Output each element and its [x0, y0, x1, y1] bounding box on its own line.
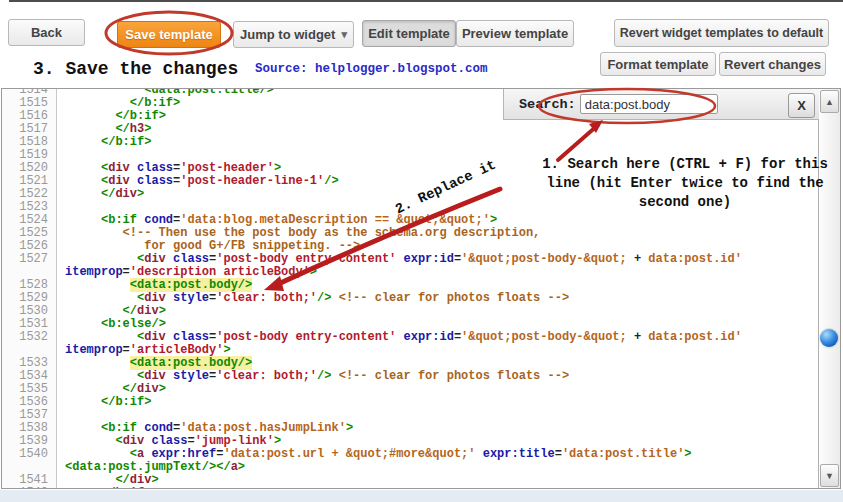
- line-number: 1540: [2, 448, 57, 461]
- code-text: </div>: [57, 188, 144, 201]
- code-line: 1536 </b:if>: [2, 396, 819, 409]
- annotation-step3: 3. Save the changes: [33, 59, 238, 79]
- code-text: </b:if>: [57, 136, 151, 149]
- top-divider: [9, 0, 843, 2]
- scroll-down-button[interactable]: ▼: [820, 464, 839, 487]
- annotation-step1-line1: 1. Search here (CTRL + F) for this: [530, 155, 840, 174]
- line-number: 1532: [2, 331, 57, 344]
- save-template-button[interactable]: Save template: [117, 21, 221, 48]
- template-code-editor[interactable]: 1514 <data:post.title/>1515 </b:if>1516 …: [1, 88, 841, 489]
- bottom-strip: [0, 490, 843, 502]
- scroll-up-icon: ▲: [825, 97, 834, 107]
- back-button[interactable]: Back: [8, 19, 85, 46]
- search-label: Search:: [519, 97, 576, 112]
- annotation-step1-line3: second one): [530, 193, 840, 212]
- blogger-template-editor: Back Save template Jump to widget ▾ Edit…: [0, 0, 843, 502]
- scroll-up-button[interactable]: ▲: [820, 90, 839, 113]
- code-text: [57, 149, 65, 162]
- code-lines: 1514 <data:post.title/>1515 </b:if>1516 …: [2, 88, 819, 489]
- annotation-step1-line2: line (hit Enter twice to find the: [530, 174, 840, 193]
- code-text: [57, 409, 65, 422]
- scroll-position-dot[interactable]: [820, 329, 838, 347]
- code-text: [57, 201, 65, 214]
- code-line: 1542 </b:if>: [2, 487, 819, 489]
- jump-to-widget-label: Jump to widget: [240, 27, 335, 42]
- search-panel: Search: X: [503, 89, 819, 120]
- line-number: 1542: [2, 487, 57, 489]
- edit-template-button[interactable]: Edit template: [362, 20, 456, 47]
- chevron-down-icon: ▾: [341, 29, 347, 40]
- close-search-button[interactable]: X: [788, 93, 815, 118]
- jump-to-widget-dropdown[interactable]: Jump to widget ▾: [233, 21, 354, 48]
- code-text: </b:if>: [57, 487, 151, 489]
- revert-changes-button[interactable]: Revert changes: [719, 52, 826, 76]
- code-line: 1518 </b:if>: [2, 136, 819, 149]
- source-link-text: Source: helplogger.blogspot.com: [255, 62, 488, 76]
- code-text: </b:if>: [57, 396, 151, 409]
- preview-template-button[interactable]: Preview template: [456, 20, 574, 47]
- annotation-step1: 1. Search here (CTRL + F) for this line …: [530, 155, 840, 212]
- scroll-down-icon: ▼: [825, 471, 834, 481]
- revert-widget-templates-button[interactable]: Revert widget templates to default: [614, 19, 829, 47]
- line-number: 1527: [2, 253, 57, 266]
- search-input[interactable]: [580, 94, 718, 114]
- editor-scrollbar[interactable]: ▲ ▼: [818, 89, 840, 488]
- format-template-button[interactable]: Format template: [600, 52, 716, 76]
